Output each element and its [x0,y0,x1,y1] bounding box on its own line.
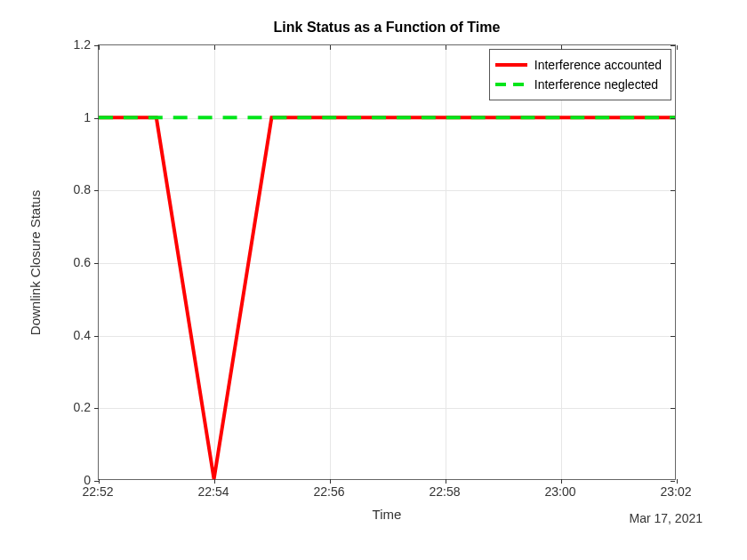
x-tick-label: 23:02 [660,484,691,499]
series-interference-accounted [99,117,675,479]
dashed-line-icon [495,76,527,93]
legend-label: Interference accounted [534,58,662,72]
x-tick-label: 23:00 [544,484,575,499]
y-tick-label: 0.2 [46,400,91,414]
y-axis-label: Downlink Closure Status [27,44,44,480]
y-tick-label: 0 [46,473,91,487]
series-layer [99,45,675,479]
y-tick-label: 0.4 [46,328,91,342]
plot-area: Interference accounted Interference negl… [98,44,676,480]
x-axis-label: Time [98,507,676,522]
legend-entry-neglected: Interference neglected [495,75,662,94]
date-annotation: Mar 17, 2021 [630,511,703,525]
x-tick-label: 22:58 [429,484,460,499]
legend: Interference accounted Interference negl… [489,49,671,100]
y-tick-label: 1 [46,110,91,124]
legend-label: Interference neglected [534,77,658,92]
legend-entry-accounted: Interference accounted [495,55,662,75]
y-tick-label: 1.2 [46,37,91,52]
solid-line-icon [495,56,527,74]
x-tick-label: 22:54 [197,484,229,499]
x-tick-label: 22:56 [313,484,344,499]
chart-title: Link Status as a Function of Time [98,20,676,36]
chart-container: Link Status as a Function of Time Downli… [0,0,747,560]
y-tick-label: 0.8 [46,182,91,196]
y-tick-label: 0.6 [46,255,91,269]
